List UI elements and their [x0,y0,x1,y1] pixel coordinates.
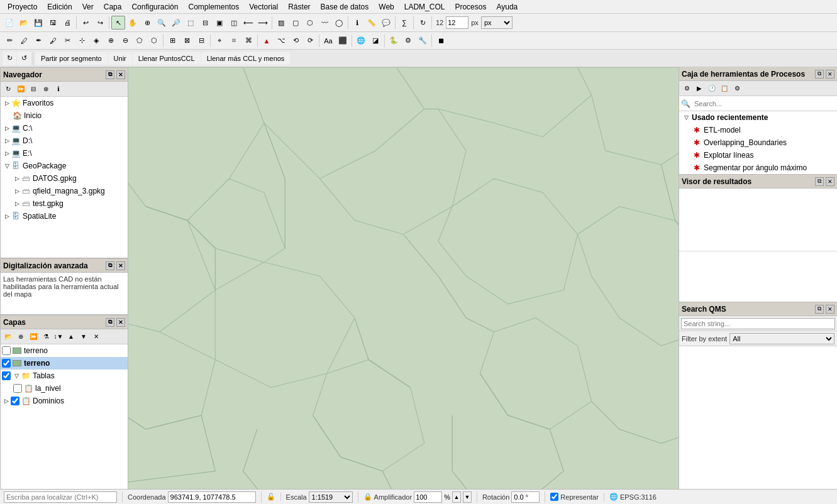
layers-sort-btn[interactable]: ↕▼ [53,331,64,342]
amp-down-btn[interactable]: ▼ [463,491,472,503]
edit-tb-btn18[interactable]: ▲ [260,34,274,48]
llenar-ccl-btn[interactable]: Llenar más CCL y menos [201,52,291,65]
plugin-btn1[interactable]: 🐍 [387,34,401,48]
nav-e-arrow[interactable]: ▷ [3,150,11,156]
save-as-btn[interactable]: 🖫 [46,16,60,30]
edit-tb-btn13[interactable]: ⊠ [180,34,194,48]
zoom-input[interactable] [446,16,468,29]
toolbox-overlap-item[interactable]: ✱ Overlapping_Boundaries [679,136,837,149]
qms-close-btn[interactable]: ✕ [826,305,834,314]
menu-capa[interactable]: Capa [99,1,127,13]
nav-datos-gpkg[interactable]: ▷ 🗃 DATOS.gpkg [1,172,128,185]
select-poly-btn[interactable]: ⬡ [303,16,317,30]
edit-tb-btn21[interactable]: ⟳ [303,34,317,48]
nav-test-gpkg[interactable]: ▷ 🗃 test.gpkg [1,197,128,210]
edit-tb-btn7[interactable]: ◈ [89,34,103,48]
edit-tb-btn15[interactable]: ⌖ [213,34,226,48]
edit-tb-btn5[interactable]: ✂ [60,34,74,48]
edit-tb-btn11[interactable]: ⬡ [147,34,161,48]
edit-tb-btn16[interactable]: ⌗ [227,34,241,48]
undo-btn[interactable]: ↩ [79,16,92,30]
tablas-arrow[interactable]: ▽ [12,373,21,379]
toolbox-recent-arrow[interactable]: ▽ [682,114,690,121]
zoom-select-btn[interactable]: ◫ [227,16,241,30]
layer-terreno-checked[interactable]: terreno [1,357,128,370]
toolbox-tb-results[interactable]: 📋 [719,83,730,94]
select-all-btn[interactable]: ▨ [274,16,288,30]
menu-ladm[interactable]: LADM_COL [399,1,450,13]
qms-filter-select[interactable]: All [729,333,834,344]
menu-complementos[interactable]: Complementos [183,1,244,13]
unir-btn[interactable]: Unir [108,52,132,65]
represent-cb[interactable] [550,493,558,501]
nav-qfield-arrow[interactable]: ▷ [13,188,21,194]
nav-test-arrow[interactable]: ▷ [13,200,21,207]
menu-ver[interactable]: Ver [77,1,99,13]
nav-geo-arrow[interactable]: ▽ [3,163,11,169]
rot-input[interactable] [511,491,540,503]
atlas-btn[interactable]: 🌐 [354,34,368,48]
plugin-btn4[interactable]: ◼ [434,34,448,48]
results-float-btn[interactable]: ⧉ [815,177,824,186]
lock-icon[interactable]: 🔓 [267,493,275,501]
toolbox-close-btn[interactable]: ✕ [826,70,834,79]
scale-select[interactable]: 1:1519 [309,491,353,503]
edit-tb-btn20[interactable]: ⟲ [289,34,302,48]
toolbox-etl-item[interactable]: ✱ ETL-model [679,124,837,136]
coord-input[interactable] [168,491,256,503]
layers-add-btn[interactable]: ⊕ [15,331,26,342]
amp-input[interactable] [414,491,442,503]
plugin-btn3[interactable]: 🔧 [416,34,430,48]
layers-up-btn[interactable]: ▲ [65,331,77,342]
layer-terreno-checked-cb[interactable] [2,359,11,368]
cursor-btn[interactable]: ↖ [111,16,125,30]
edit-tb-btn3[interactable]: ✒ [31,34,45,48]
edit-tb-btn14[interactable]: ⊟ [194,34,208,48]
toolbox-tb-history[interactable]: 🕐 [706,83,718,94]
select-rect-btn[interactable]: ▢ [289,16,302,30]
nav-c-arrow[interactable]: ▷ [3,125,11,131]
snap-refresh2[interactable]: ↺ [17,52,31,65]
edit-tb-btn9[interactable]: ⊖ [118,34,132,48]
layers-open-btn[interactable]: 📂 [3,331,14,342]
new-project-btn[interactable]: 📄 [3,16,16,30]
menu-edicion[interactable]: Edición [42,1,77,13]
toolbox-tb-options[interactable]: ⚙ [731,83,743,94]
print-layout-btn[interactable]: 🖨 [60,16,74,30]
qms-float-btn[interactable]: ⧉ [815,305,824,314]
edit-tb-btn2[interactable]: 🖊 [17,34,31,48]
layer-dominios-cb[interactable] [11,397,19,405]
pan-btn[interactable]: ✋ [126,16,140,30]
refresh-btn[interactable]: ↻ [416,16,430,30]
toolbox-tb-run[interactable]: ▶ [694,83,705,94]
menu-ayuda[interactable]: Ayuda [491,1,523,13]
edit-tb-btn10[interactable]: ⬠ [133,34,147,48]
layer-terreno-unchecked-cb[interactable] [2,346,11,355]
zoom-back-btn[interactable]: ⟵ [241,16,255,30]
layer-tablas-group[interactable]: ▽ 📁 Tablas [1,370,128,382]
zoom-layer-btn[interactable]: ▣ [213,16,226,30]
nav-inicio[interactable]: 🏠 Inicio [1,109,128,122]
digit-close-btn[interactable]: ✕ [116,261,125,270]
layers-remove-btn[interactable]: ✕ [91,331,102,342]
nav-geopackage[interactable]: ▽ 🗄 GeoPackage [1,160,128,172]
select-freehand-btn[interactable]: 〰 [318,16,331,30]
measure-btn[interactable]: 📏 [365,16,379,30]
nav-spatialite[interactable]: ▷ 🗄 SpatiaLite [1,210,128,222]
redo-btn[interactable]: ↪ [93,16,107,30]
menu-basedatos[interactable]: Base de datos [316,1,374,13]
partir-segmento-btn[interactable]: Partir por segmento [35,52,108,65]
nav-sp-arrow[interactable]: ▷ [3,213,11,219]
status-search-input[interactable] [4,491,117,503]
edit-tb-btn17[interactable]: ⌘ [241,34,255,48]
llenar-ptos-btn[interactable]: Llenar PuntosCCL [133,52,201,65]
save-btn[interactable]: 💾 [31,16,45,30]
zoom-in-btn[interactable]: 🔍 [155,16,169,30]
dominios-arrow[interactable]: ▷ [2,398,11,404]
nav-qfield-gpkg[interactable]: ▷ 🗃 qfield_magna_3.gpkg [1,185,128,197]
digit-float-btn[interactable]: ⧉ [106,261,114,270]
zoom-fwd-btn[interactable]: ⟶ [256,16,270,30]
edit-tb-btn12[interactable]: ⊞ [165,34,179,48]
edit-tb-btn23[interactable]: ⬛ [336,34,350,48]
nav-drive-c[interactable]: ▷ 💻 C:\ [1,122,128,134]
